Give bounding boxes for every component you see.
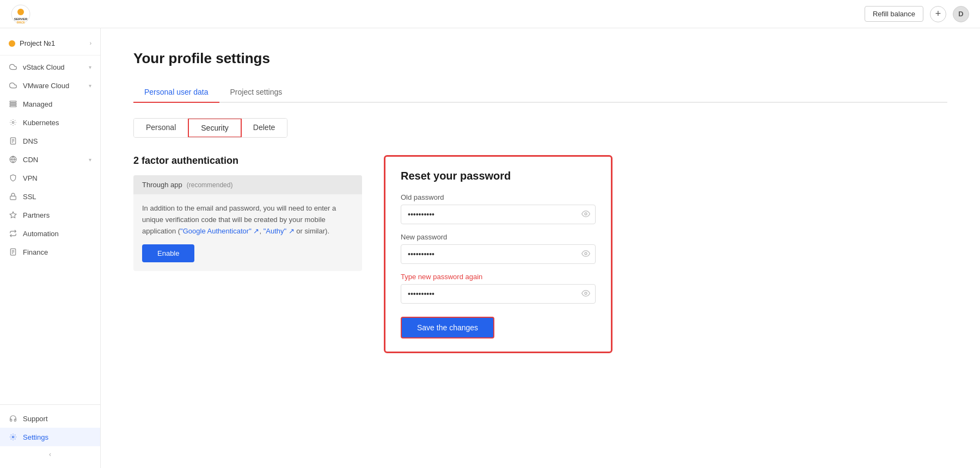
chevron-down-icon: ▾ [89, 83, 91, 89]
svg-point-20 [12, 436, 14, 438]
settings-icon [9, 433, 17, 441]
sidebar-item-kubernetes[interactable]: Kubernetes [0, 113, 100, 132]
main-content: Your profile settings Personal user data… [101, 28, 980, 468]
sub-tab-security[interactable]: Security [188, 118, 242, 138]
sidebar-item-label: VPN [23, 174, 38, 182]
sidebar-item-vmware-cloud[interactable]: VMware Cloud ▾ [0, 76, 100, 95]
svg-text:SPACE: SPACE [16, 21, 24, 24]
server-icon [9, 100, 17, 108]
sidebar-item-finance[interactable]: Finance [0, 243, 100, 261]
sub-tabs: Personal Security Delete [133, 118, 287, 138]
sidebar-item-label: Managed [23, 100, 52, 108]
layout: Project №1 › vStack Cloud ▾ VMware Cloud… [0, 28, 980, 468]
chevron-down-icon: ▾ [89, 157, 91, 163]
headset-icon [9, 414, 17, 423]
save-changes-button[interactable]: Save the changes [401, 317, 494, 338]
sidebar: Project №1 › vStack Cloud ▾ VMware Cloud… [0, 28, 101, 468]
add-button[interactable]: + [930, 6, 946, 22]
enable-2fa-button[interactable]: Enable [142, 244, 194, 262]
top-tabs: Personal user data Project settings [133, 82, 947, 103]
sidebar-project-label: Project №1 [20, 39, 55, 47]
sidebar-item-label: SSL [23, 193, 36, 201]
arrows-icon [9, 229, 17, 238]
sidebar-project[interactable]: Project №1 › [0, 34, 100, 53]
chevron-right-icon: › [90, 40, 91, 46]
twofa-heading: 2 factor authentication [133, 155, 362, 167]
sidebar-item-label: DNS [23, 137, 38, 145]
sidebar-collapse-button[interactable]: ‹ [0, 446, 100, 463]
svg-point-1 [17, 9, 24, 15]
sidebar-divider [0, 55, 100, 56]
svg-marker-15 [10, 212, 16, 218]
content-grid: 2 factor authentication Through app (rec… [133, 155, 947, 353]
svg-rect-6 [10, 106, 16, 107]
sidebar-item-automation[interactable]: Automation [0, 224, 100, 243]
eye-icon[interactable] [581, 249, 590, 260]
twofa-through-app-label: Through app [142, 181, 182, 189]
cloud-icon [9, 81, 17, 90]
logo-icon: SERVER SPACE [11, 4, 30, 24]
sidebar-item-vpn[interactable]: VPN [0, 169, 100, 187]
sidebar-item-managed[interactable]: Managed [0, 95, 100, 113]
svg-text:SERVER: SERVER [14, 17, 28, 21]
sidebar-item-label: Settings [23, 433, 48, 441]
sub-tab-delete[interactable]: Delete [241, 119, 287, 137]
eye-icon[interactable] [581, 289, 590, 299]
shield-icon [9, 174, 17, 182]
sidebar-item-cdn[interactable]: CDN ▾ [0, 150, 100, 169]
sidebar-item-label: vStack Cloud [23, 63, 65, 71]
svg-point-22 [585, 253, 587, 255]
sidebar-item-label: Support [23, 415, 48, 423]
eye-icon[interactable] [581, 210, 590, 220]
sidebar-item-label: Partners [23, 211, 50, 219]
new-password-label: New password [401, 233, 596, 241]
star-icon [9, 211, 17, 219]
topbar-right: Refill balance + D [865, 6, 969, 22]
twofa-card-body: In addition to the email and password, y… [133, 194, 362, 271]
sidebar-item-ssl[interactable]: SSL [0, 187, 100, 206]
twofa-comma: , [259, 227, 263, 235]
svg-rect-14 [10, 196, 16, 199]
project-dot [9, 40, 15, 47]
confirm-password-group: Type new password again [401, 273, 596, 304]
sidebar-item-dns[interactable]: DNS [0, 132, 100, 150]
authy-link[interactable]: "Authy" ↗ [264, 227, 295, 235]
sidebar-item-vstack-cloud[interactable]: vStack Cloud ▾ [0, 58, 100, 76]
cloud-icon [9, 63, 17, 71]
chevron-down-icon: ▾ [89, 64, 91, 70]
sub-tab-personal[interactable]: Personal [134, 119, 188, 137]
document-icon [9, 137, 17, 145]
old-password-group: Old password [401, 193, 596, 224]
svg-rect-4 [10, 101, 16, 102]
google-authenticator-link[interactable]: "Google Authenticator" ↗ [180, 227, 259, 235]
confirm-password-input[interactable] [401, 284, 596, 304]
sidebar-item-support[interactable]: Support [0, 409, 100, 428]
finance-icon [9, 248, 17, 256]
new-password-input[interactable] [401, 244, 596, 264]
new-password-wrapper [401, 244, 596, 264]
lock-icon [9, 192, 17, 201]
confirm-password-wrapper [401, 284, 596, 304]
sidebar-item-label: VMware Cloud [23, 82, 69, 90]
sidebar-item-label: Finance [23, 248, 48, 256]
tab-personal-user-data[interactable]: Personal user data [133, 82, 219, 103]
old-password-wrapper [401, 205, 596, 224]
confirm-password-label: Type new password again [401, 273, 596, 281]
page-title: Your profile settings [133, 50, 947, 67]
password-reset-section: Reset your password Old password New pas… [384, 155, 612, 353]
sidebar-bottom: Support Settings ‹ [0, 404, 100, 463]
sidebar-item-partners[interactable]: Partners [0, 206, 100, 224]
twofa-description-end: or similar). [295, 227, 329, 235]
tab-project-settings[interactable]: Project settings [219, 82, 293, 103]
logo: SERVER SPACE [11, 4, 30, 24]
sidebar-item-label: Automation [23, 230, 59, 238]
sidebar-item-settings[interactable]: Settings [0, 428, 100, 446]
avatar[interactable]: D [953, 6, 969, 22]
refill-balance-button[interactable]: Refill balance [865, 6, 923, 22]
old-password-input[interactable] [401, 205, 596, 224]
svg-point-7 [12, 121, 14, 124]
old-password-label: Old password [401, 193, 596, 201]
password-reset-title: Reset your password [401, 170, 596, 182]
twofa-card: Through app (recommended) In addition to… [133, 175, 362, 271]
twofa-card-header: Through app (recommended) [133, 175, 362, 194]
